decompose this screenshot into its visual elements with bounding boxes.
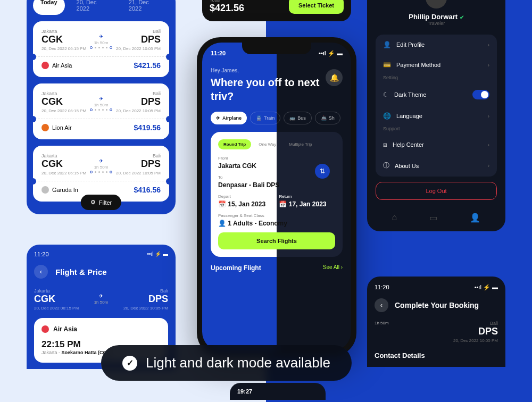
menu-dark-theme[interactable]: ☾Dark Theme [376, 83, 497, 106]
tab-train[interactable]: 🚆 Train [250, 112, 280, 124]
booking-screen: 11:20 ••ıl ⚡ ▬ ‹ Complete Your Booking 1… [367, 277, 505, 367]
select-ticket-button[interactable]: Select Ticket [289, 0, 344, 14]
airline-logo-icon [41, 325, 49, 333]
sliders-icon: ⚙ [90, 199, 96, 206]
tab-today[interactable]: Today [33, 0, 65, 15]
chevron-right-icon: › [488, 163, 489, 169]
help-icon: ⧇ [383, 141, 387, 148]
user-icon: 👤 [383, 41, 391, 48]
search-form: Round Trip One Way Multiple Trip From Ja… [211, 132, 343, 257]
to-city: Bali [116, 29, 161, 34]
tab-bus[interactable]: 🚌 Bus [284, 112, 312, 124]
tab-ship[interactable]: 🚢 Sh [315, 112, 340, 124]
date-tabs: Today 20, Dec 2022 21, Dec 2022 [33, 0, 169, 15]
upcoming-title: Upcoming Flight [211, 264, 261, 272]
status-time: 11:20 [34, 251, 49, 257]
price-summary: Total $421.56 Select Ticket [202, 0, 351, 21]
ticket-card[interactable]: Jakarta CGK 20, Dec 2022 06:15 PM ✈ 1h 5… [33, 146, 169, 202]
profile-role: Traveler [376, 21, 497, 26]
airline-logo-icon [41, 62, 49, 69]
status-time: 19:27 [237, 388, 252, 395]
chevron-right-icon: › [488, 62, 489, 68]
status-icons: ••ıl ⚡ ▬ [319, 50, 343, 57]
tab-airplane[interactable]: ✈ Airplane [211, 112, 247, 124]
total-value: $421.56 [210, 3, 244, 14]
airline-logo-icon [41, 186, 49, 194]
filter-button[interactable]: ⚙Filter [81, 195, 121, 210]
moon-icon: ☾ [383, 91, 389, 98]
check-icon: ✓ [122, 356, 137, 371]
status-icons: ••ıl ⚡ ▬ [475, 284, 498, 291]
plane-icon: ✈ [99, 96, 103, 102]
chevron-right-icon: › [488, 142, 489, 148]
trip-oneway[interactable]: One Way [253, 139, 281, 149]
mode-banner: ✓ Light and dark mode available [101, 345, 352, 381]
trip-multi[interactable]: Multiple Trip [284, 139, 317, 149]
bell-icon: 🔔 [330, 73, 339, 82]
airline-logo-icon [41, 124, 49, 131]
from-code: CGK [41, 34, 86, 45]
globe-icon: 🌐 [383, 112, 391, 120]
dark-theme-toggle[interactable] [472, 90, 489, 99]
back-button[interactable]: ‹ [375, 298, 388, 312]
to-input[interactable]: Denpasar - Bali DPS [218, 181, 335, 189]
from-city: Jakarta [41, 29, 86, 34]
plane-icon: ✈ [99, 158, 103, 164]
back-button[interactable]: ‹ [34, 265, 48, 279]
phone-mockup: 11:20 ••ıl ⚡ ▬ Hey James, Where you off … [197, 37, 356, 356]
section-setting: Setting [376, 75, 497, 83]
verified-icon: ✔ [460, 14, 464, 20]
wallet-icon: 💳 [383, 61, 391, 69]
to-code: DPS [116, 34, 161, 45]
ticket-price: $421.56 [134, 61, 161, 70]
menu-about[interactable]: ⓘAbout Us › [376, 155, 497, 177]
contact-details-title: Contact Details [375, 351, 498, 359]
search-flights-button[interactable]: Search Flights [218, 232, 335, 249]
depart-input[interactable]: 📅 15, Jan 2023 [218, 200, 275, 208]
info-icon: ⓘ [383, 161, 389, 170]
status-time: 11:20 [375, 284, 389, 291]
bottom-nav: ⌂ ▭ 👤 [376, 207, 497, 223]
menu-edit-profile[interactable]: 👤Edit Profile › [376, 35, 497, 55]
plane-icon: ✈ [99, 293, 103, 299]
avatar[interactable] [426, 0, 447, 9]
tab-date-3[interactable]: 21, Dec 2022 [121, 0, 169, 15]
profile-name: Phillip Dorwart ✔ [376, 13, 497, 21]
greeting: Hey James, [211, 68, 343, 73]
menu-language[interactable]: 🌐Language › [376, 106, 497, 126]
see-all-link[interactable]: See All › [323, 264, 343, 272]
logout-button[interactable]: Log Out [376, 182, 497, 200]
status-icons: ••ıl ⚡ ▬ [147, 251, 168, 257]
return-input[interactable]: 📅 17, Jan 2023 [279, 200, 335, 208]
from-date: 20, Dec 2022 06:15 PM [41, 46, 86, 51]
section-support: Support [376, 126, 497, 135]
duration: 1h 50m [86, 40, 116, 45]
to-date: 20, Dec 2022 10:05 PM [116, 46, 161, 51]
nav-home-icon[interactable]: ⌂ [392, 213, 397, 223]
swap-button[interactable]: ⇅ [315, 164, 330, 179]
page-title: Complete Your Booking [395, 301, 479, 309]
trip-round[interactable]: Round Trip [218, 139, 251, 149]
flight-list-screen: Today 20, Dec 2022 21, Dec 2022 Jakarta … [27, 0, 176, 214]
hero-text: Where you off to next triv? [211, 76, 343, 103]
tab-date-2[interactable]: 20, Dec 2022 [69, 0, 117, 15]
profile-screen: Phillip Dorwart ✔ Traveler 👤Edit Profile… [367, 0, 505, 231]
menu-help[interactable]: ⧇Help Center › [376, 135, 497, 155]
ticket-card[interactable]: Jakarta CGK 20, Dec 2022 06:15 PM ✈ 1h 5… [33, 21, 169, 77]
passenger-input[interactable]: 👤 1 Adults - Economy [218, 220, 335, 227]
ticket-card[interactable]: Jakarta CGK 20, Dec 2022 06:15 PM ✈ 1h 5… [33, 83, 169, 139]
plane-icon: ✈ [99, 34, 103, 39]
menu-payment[interactable]: 💳Payment Method › [376, 55, 497, 75]
banner-text: Light and dark mode available [146, 355, 330, 371]
small-dark-screen: 19:27 [230, 383, 326, 400]
nav-ticket-icon[interactable]: ▭ [429, 213, 437, 223]
nav-profile-icon[interactable]: 👤 [470, 213, 480, 223]
chevron-right-icon: › [488, 113, 489, 119]
chevron-right-icon: › [488, 42, 489, 48]
page-title: Flight & Price [55, 267, 107, 277]
airline-name: Air Asia [41, 62, 72, 69]
status-time: 11:20 [211, 50, 226, 57]
notification-button[interactable]: 🔔 [326, 69, 343, 86]
